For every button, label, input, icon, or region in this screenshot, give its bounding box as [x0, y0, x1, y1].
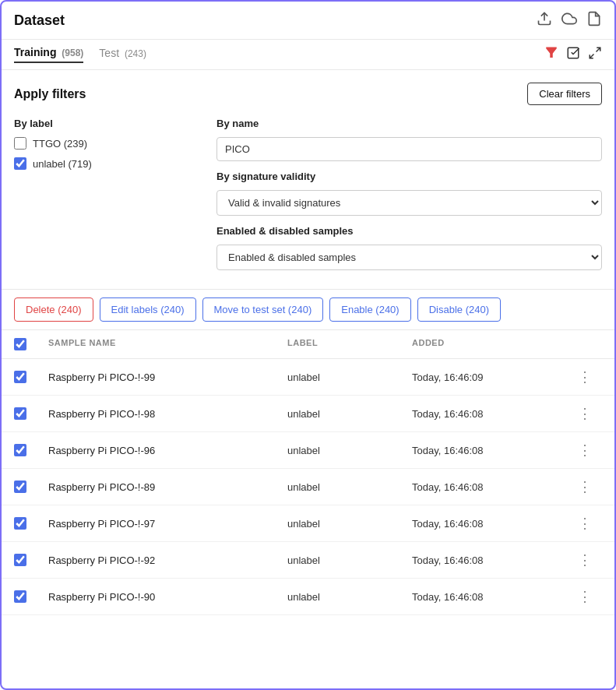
- row-label: unlabel: [287, 408, 412, 420]
- svg-rect-3: [568, 48, 579, 58]
- row-checkbox-cell[interactable]: [14, 481, 48, 493]
- row-sample-name: Raspberry Pi PICO-!-89: [48, 481, 287, 493]
- filter-icon[interactable]: [544, 46, 558, 63]
- row-added: Today, 16:46:08: [412, 445, 568, 456]
- disable-button[interactable]: Disable (240): [417, 297, 501, 322]
- col-label: LABEL: [287, 338, 412, 350]
- row-added: Today, 16:46:08: [412, 408, 568, 420]
- row-label: unlabel: [287, 518, 412, 530]
- table-header-checkbox[interactable]: [14, 338, 48, 350]
- table-row: Raspberry Pi PICO-!-89 unlabel Today, 16…: [2, 469, 614, 505]
- filter-right-col: By name By signature validity Valid & in…: [216, 118, 602, 280]
- row-checkbox[interactable]: [14, 444, 26, 456]
- row-checkbox[interactable]: [14, 517, 26, 530]
- filter-section: Apply filters Clear filters By label TTG…: [2, 70, 614, 290]
- page-title: Dataset: [14, 12, 65, 29]
- label-option-ttgo: TTGO (239): [14, 137, 185, 150]
- row-more-icon[interactable]: ⋮: [568, 405, 602, 422]
- tabs-list: Training (958) Test (243): [14, 46, 146, 63]
- by-name-title: By name: [216, 118, 602, 129]
- row-more-icon[interactable]: ⋮: [568, 368, 602, 385]
- ttgo-checkbox[interactable]: [14, 137, 26, 150]
- table-row: Raspberry Pi PICO-!-99 unlabel Today, 16…: [2, 359, 614, 396]
- move-to-test-button[interactable]: Move to test set (240): [202, 297, 324, 322]
- label-option-unlabel: unlabel (719): [14, 157, 185, 170]
- svg-line-5: [590, 55, 593, 58]
- svg-line-4: [597, 48, 600, 51]
- row-checkbox-cell[interactable]: [14, 554, 48, 566]
- enable-button[interactable]: Enable (240): [329, 297, 410, 322]
- edit-labels-button[interactable]: Edit labels (240): [100, 297, 196, 322]
- filter-header: Apply filters Clear filters: [14, 83, 602, 105]
- signature-validity-select[interactable]: Valid & invalid signatures Valid signatu…: [216, 190, 602, 216]
- filter-body: By label TTGO (239) unlabel (719) By nam…: [14, 118, 602, 280]
- row-more-icon[interactable]: ⋮: [568, 588, 602, 605]
- tabs-bar: Training (958) Test (243): [2, 40, 614, 70]
- file-icon[interactable]: [586, 11, 602, 30]
- by-signature-title: By signature validity: [216, 171, 602, 182]
- table-row: Raspberry Pi PICO-!-98 unlabel Today, 16…: [2, 396, 614, 432]
- row-label: unlabel: [287, 554, 412, 566]
- row-added: Today, 16:46:08: [412, 554, 568, 566]
- app-container: Dataset: [0, 0, 616, 690]
- row-checkbox-cell[interactable]: [14, 444, 48, 456]
- col-added: ADDED: [412, 338, 568, 350]
- row-added: Today, 16:46:08: [412, 518, 568, 530]
- table-row: Raspberry Pi PICO-!-92 unlabel Today, 16…: [2, 542, 614, 579]
- ttgo-label: TTGO (239): [33, 138, 87, 150]
- row-checkbox-cell[interactable]: [14, 407, 48, 420]
- table-row: Raspberry Pi PICO-!-90 unlabel Today, 16…: [2, 579, 614, 615]
- filter-by-label: By label TTGO (239) unlabel (719): [14, 118, 185, 280]
- expand-icon[interactable]: [588, 46, 602, 63]
- row-sample-name: Raspberry Pi PICO-!-99: [48, 371, 287, 383]
- tab-training[interactable]: Training (958): [14, 46, 83, 63]
- col-actions: [568, 338, 602, 350]
- header: Dataset: [2, 2, 614, 40]
- action-bar: Delete (240) Edit labels (240) Move to t…: [2, 290, 614, 330]
- row-label: unlabel: [287, 481, 412, 493]
- checkbox-icon[interactable]: [566, 46, 580, 63]
- enabled-disabled-select[interactable]: Enabled & disabled samples Enabled sampl…: [216, 245, 602, 270]
- row-sample-name: Raspberry Pi PICO-!-96: [48, 445, 287, 456]
- row-checkbox-cell[interactable]: [14, 517, 48, 530]
- table-header: SAMPLE NAME LABEL ADDED: [2, 330, 614, 359]
- row-more-icon[interactable]: ⋮: [568, 515, 602, 532]
- row-added: Today, 16:46:08: [412, 591, 568, 603]
- row-more-icon[interactable]: ⋮: [568, 478, 602, 495]
- table-row: Raspberry Pi PICO-!-97 unlabel Today, 16…: [2, 505, 614, 542]
- row-checkbox[interactable]: [14, 371, 26, 383]
- row-label: unlabel: [287, 371, 412, 383]
- row-checkbox-cell[interactable]: [14, 371, 48, 383]
- tabs-right-icons: [544, 46, 602, 63]
- row-sample-name: Raspberry Pi PICO-!-98: [48, 408, 287, 420]
- by-name-input[interactable]: [216, 137, 602, 161]
- row-sample-name: Raspberry Pi PICO-!-90: [48, 591, 287, 603]
- row-checkbox[interactable]: [14, 481, 26, 493]
- row-added: Today, 16:46:09: [412, 371, 568, 383]
- unlabel-label: unlabel (719): [33, 158, 92, 170]
- unlabel-checkbox[interactable]: [14, 157, 26, 170]
- row-checkbox[interactable]: [14, 590, 26, 603]
- by-label-title: By label: [14, 118, 185, 129]
- row-sample-name: Raspberry Pi PICO-!-92: [48, 554, 287, 566]
- upload-icon[interactable]: [537, 11, 552, 30]
- row-sample-name: Raspberry Pi PICO-!-97: [48, 518, 287, 530]
- enabled-disabled-title: Enabled & disabled samples: [216, 225, 602, 237]
- delete-button[interactable]: Delete (240): [14, 297, 93, 322]
- cloud-icon[interactable]: [561, 11, 577, 30]
- select-all-checkbox[interactable]: [14, 338, 26, 350]
- row-label: unlabel: [287, 591, 412, 603]
- tab-test[interactable]: Test (243): [99, 47, 146, 62]
- table-row: Raspberry Pi PICO-!-96 unlabel Today, 16…: [2, 432, 614, 469]
- row-checkbox[interactable]: [14, 554, 26, 566]
- row-more-icon[interactable]: ⋮: [568, 551, 602, 569]
- row-more-icon[interactable]: ⋮: [568, 442, 602, 459]
- row-label: unlabel: [287, 445, 412, 456]
- col-sample-name: SAMPLE NAME: [48, 338, 287, 350]
- row-checkbox-cell[interactable]: [14, 590, 48, 603]
- clear-filters-button[interactable]: Clear filters: [527, 83, 602, 105]
- filter-title: Apply filters: [14, 87, 86, 101]
- data-table: SAMPLE NAME LABEL ADDED Raspberry Pi PIC…: [2, 330, 614, 615]
- row-checkbox[interactable]: [14, 407, 26, 420]
- table-body: Raspberry Pi PICO-!-99 unlabel Today, 16…: [2, 359, 614, 615]
